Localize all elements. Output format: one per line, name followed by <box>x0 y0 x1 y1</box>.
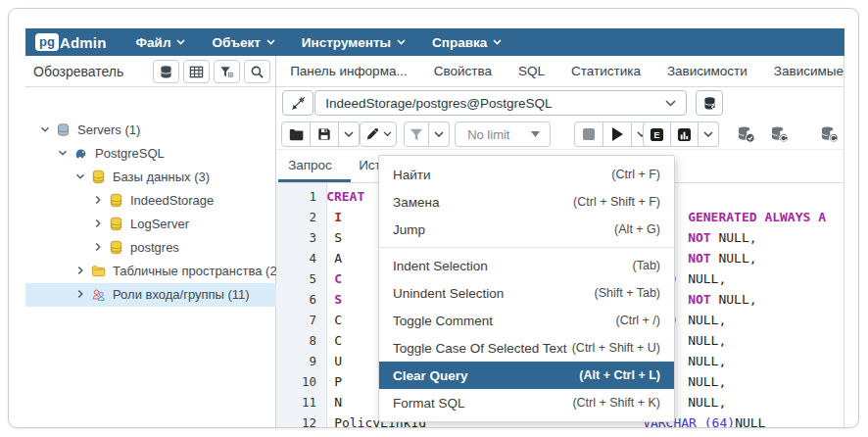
chevron-down-icon <box>176 39 185 45</box>
filter-button-group <box>404 121 450 147</box>
save-options-button[interactable] <box>339 121 360 147</box>
logo-pg-badge: pg <box>35 33 59 51</box>
browser-header: Обозреватель <box>25 56 275 87</box>
filter-icon <box>219 65 234 79</box>
edit-pencil-icon <box>365 127 379 141</box>
database-arrow-icon <box>820 125 839 143</box>
tree-item-tablespaces[interactable]: Табличные пространства (2) <box>25 260 283 283</box>
connection-plug-icon <box>290 95 307 112</box>
screenshot-root: pg Admin Файл Объект Инструменты Справка… <box>0 0 868 437</box>
stop-button[interactable] <box>574 121 603 147</box>
menu-help[interactable]: Справка <box>432 35 502 50</box>
save-button[interactable] <box>311 121 339 147</box>
active-tab-underline <box>278 179 351 182</box>
tab-properties[interactable]: Свойства <box>434 64 492 78</box>
main-tab-bar: Панель информа... Свойства SQL Статистик… <box>276 56 844 87</box>
chevron-right-icon[interactable] <box>91 193 107 209</box>
tree-item-indeedstorage[interactable]: IndeedStorage <box>25 189 283 213</box>
tree-item-postgresql-server[interactable]: PostgreSQL <box>25 142 283 166</box>
filter-button[interactable] <box>214 60 240 83</box>
row-limit-select[interactable]: No limit <box>455 121 551 147</box>
browser-title: Обозреватель <box>33 64 123 79</box>
server-icon <box>56 122 72 138</box>
database-button[interactable] <box>153 60 179 83</box>
rollback-button[interactable] <box>765 121 793 147</box>
commit-button[interactable] <box>732 121 759 147</box>
chevron-down-icon <box>266 39 275 45</box>
new-connection-icon <box>702 96 717 111</box>
menu-tools[interactable]: Инструменты <box>302 35 406 50</box>
connection-row: IndeedStorage/postgres@PostgreSQL <box>276 87 844 120</box>
menu-item-replace[interactable]: Замена (Ctrl + Shift + F) <box>379 188 674 216</box>
commit-icon <box>737 125 755 143</box>
connection-status-button[interactable] <box>282 90 313 116</box>
search-button[interactable] <box>244 60 270 83</box>
stop-icon <box>583 128 595 140</box>
chevron-right-icon[interactable] <box>91 240 107 256</box>
database-icon <box>109 240 124 256</box>
tree-item-databases[interactable]: Базы данных (3) <box>25 166 283 189</box>
tree-item-login-group-roles[interactable]: Роли входа/группы (11) <box>25 283 283 307</box>
menu-item-toggle-case[interactable]: Toggle Case Of Selected Text (Ctrl + Shi… <box>379 334 674 362</box>
execute-button[interactable] <box>603 121 632 147</box>
postgresql-elephant-icon <box>73 146 89 162</box>
chevron-right-icon[interactable] <box>73 264 89 279</box>
menu-item-clear-query[interactable]: Clear Query (Alt + Ctrl + L) <box>379 362 674 389</box>
row-limit-value: No limit <box>467 127 509 142</box>
explain-analyze-button[interactable] <box>671 121 699 147</box>
database-icon <box>159 65 173 79</box>
filter-icon <box>410 128 423 141</box>
tree-item-servers[interactable]: Servers (1) <box>25 119 283 142</box>
explain-options-button[interactable] <box>699 121 719 147</box>
query-toolbar: No limit E <box>276 120 844 150</box>
menu-item-indent-selection[interactable]: Indent Selection (Tab) <box>379 252 674 279</box>
tree-item-logserver[interactable]: LogServer <box>25 213 283 236</box>
chevron-down-icon <box>665 100 676 107</box>
caret-down-icon <box>531 131 540 137</box>
tab-query[interactable]: Запрос <box>288 158 332 172</box>
explain-analyze-icon <box>677 127 692 142</box>
grid-button[interactable] <box>183 60 210 83</box>
menu-object[interactable]: Объект <box>212 35 274 50</box>
menu-item-find[interactable]: Найти (Ctrl + F) <box>379 161 674 188</box>
menu-item-toggle-comment[interactable]: Toggle Comment (Ctrl + /) <box>379 307 674 334</box>
database-icon <box>109 193 124 209</box>
menu-item-unindent-selection[interactable]: Unindent Selection (Shift + Tab) <box>379 279 674 307</box>
new-connection-button[interactable] <box>696 90 723 116</box>
explain-button-group: E <box>643 121 719 147</box>
chevron-down-icon[interactable] <box>73 170 89 185</box>
roles-icon <box>91 287 107 303</box>
chevron-down-icon <box>493 39 502 45</box>
chevron-down-icon[interactable] <box>38 122 54 138</box>
chevron-down-icon[interactable] <box>56 146 72 162</box>
menu-item-format-sql[interactable]: Format SQL (Ctrl + Shift + K) <box>379 389 674 416</box>
tab-dashboard[interactable]: Панель информа... <box>290 64 408 78</box>
filter-button[interactable] <box>404 121 429 147</box>
save-icon <box>317 127 331 141</box>
tab-statistics[interactable]: Статистика <box>571 64 641 78</box>
chevron-right-icon[interactable] <box>73 287 89 303</box>
open-file-button[interactable] <box>281 121 311 147</box>
file-button-group <box>281 121 360 147</box>
edit-dropdown-menu: Найти (Ctrl + F) Замена (Ctrl + Shift + … <box>378 155 675 422</box>
browser-sidebar: Обозреватель Server <box>25 56 276 428</box>
menu-file[interactable]: Файл <box>136 35 186 50</box>
menu-item-jump[interactable]: Jump (Alt + G) <box>379 216 674 243</box>
pgadmin-logo: pg Admin <box>35 33 107 51</box>
tab-sql[interactable]: SQL <box>518 64 545 78</box>
tab-dependents[interactable]: Зависимые <box>774 64 844 78</box>
chevron-right-icon[interactable] <box>91 217 107 232</box>
tree-item-postgres-db[interactable]: postgres <box>25 236 283 260</box>
connection-selector[interactable]: IndeedStorage/postgres@PostgreSQL <box>314 90 687 116</box>
macro-button[interactable] <box>815 121 843 147</box>
tab-dependencies[interactable]: Зависимости <box>667 64 747 78</box>
rollback-icon <box>770 125 789 143</box>
filter-options-button[interactable] <box>429 121 450 147</box>
explain-button[interactable]: E <box>643 121 671 147</box>
database-icon <box>91 170 107 185</box>
edit-menu-button[interactable] <box>360 121 397 147</box>
edit-button-group <box>360 121 397 147</box>
chevron-down-icon <box>397 39 406 45</box>
explain-icon: E <box>650 127 664 142</box>
menu-bar: pg Admin Файл Объект Инструменты Справка <box>25 28 844 56</box>
